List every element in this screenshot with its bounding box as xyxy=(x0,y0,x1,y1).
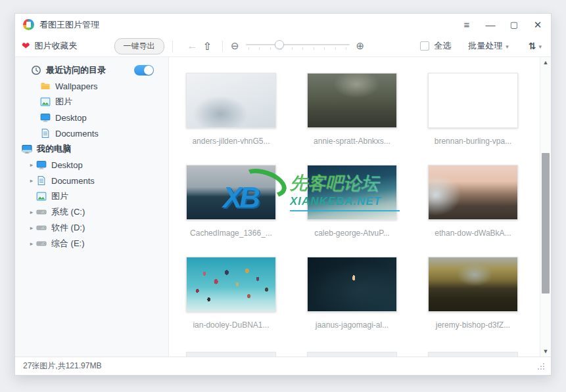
folder-icon xyxy=(40,81,51,91)
back-arrow-icon[interactable]: ← xyxy=(187,40,198,52)
drive-icon xyxy=(36,223,47,233)
sidebar-item-drive-d[interactable]: ▸ 软件 (D:) xyxy=(15,220,168,236)
sidebar-item-drive-c[interactable]: ▸ 系统 (C:) xyxy=(15,204,168,220)
image-filename: ian-dooley-DuBNA1... xyxy=(186,320,276,330)
sidebar-item-desktop[interactable]: ▸ Desktop xyxy=(15,157,168,173)
monitor-icon xyxy=(40,112,51,123)
drive-icon xyxy=(36,207,47,217)
image-filename: ethan-dow-dWaBkA... xyxy=(428,229,518,238)
batch-process-dropdown[interactable]: 批量处理 xyxy=(468,40,502,52)
menu-icon[interactable]: ≡ xyxy=(461,20,472,30)
sidebar-item-label: 最近访问的目录 xyxy=(46,64,106,76)
image-thumbnail[interactable] xyxy=(186,165,276,220)
image-thumbnail[interactable] xyxy=(428,73,518,128)
document-icon xyxy=(40,128,51,139)
expand-arrow-icon[interactable]: ▸ xyxy=(27,177,36,184)
zoom-slider[interactable] xyxy=(246,39,350,53)
sidebar-item-label: Desktop xyxy=(51,160,83,170)
image-item[interactable]: ian-dooley-DuBNA1... xyxy=(186,257,276,330)
sidebar-item-label: Documents xyxy=(51,176,95,186)
sidebar: 最近访问的目录 Wallpapers 图片 Desktop xyxy=(15,57,169,357)
sidebar-item-documents-recent[interactable]: Documents xyxy=(15,125,168,141)
computer-icon xyxy=(22,144,32,154)
image-thumbnail[interactable] xyxy=(307,352,397,357)
sidebar-item-my-computer[interactable]: 我的电脑 xyxy=(15,141,168,157)
image-thumbnail[interactable] xyxy=(428,165,518,220)
image-filename: CachedImage_1366_... xyxy=(186,229,276,238)
zoom-out-icon[interactable]: ⊖ xyxy=(231,40,239,52)
sidebar-item-label: 图片 xyxy=(51,190,68,202)
scroll-up-icon[interactable]: ▲ xyxy=(540,57,551,68)
image-thumbnail[interactable] xyxy=(186,257,276,312)
export-button[interactable]: 一键导出 xyxy=(114,38,164,54)
select-all-checkbox[interactable] xyxy=(420,41,429,51)
image-item[interactable]: caleb-george-AtvuP... xyxy=(307,165,397,238)
sidebar-item-drive-e[interactable]: ▸ 综合 (E:) xyxy=(15,236,168,251)
maximize-icon[interactable]: ▢ xyxy=(509,20,519,29)
image-thumbnail[interactable] xyxy=(307,165,397,220)
heart-icon: ❤ xyxy=(22,40,30,52)
image-thumbnail[interactable] xyxy=(186,73,276,128)
toolbar-separator xyxy=(172,41,173,52)
sidebar-item-label: Wallpapers xyxy=(55,81,98,91)
image-item[interactable]: jaanus-jagomagi-al... xyxy=(307,257,397,330)
sidebar-item-label: 综合 (E:) xyxy=(51,238,85,250)
sidebar-item-label: Desktop xyxy=(55,113,87,123)
slider-ticks xyxy=(248,47,347,50)
image-thumbnail[interactable] xyxy=(307,257,397,312)
thumbnail-grid: anders-jilden-vhnG5... annie-spratt-Abnk… xyxy=(169,57,540,357)
expand-arrow-icon[interactable]: ▸ xyxy=(27,240,36,247)
picture-icon xyxy=(40,97,51,107)
status-bar: 27张图片,共121.97MB xyxy=(15,357,551,375)
image-filename: jeremy-bishop-d3fZ... xyxy=(428,320,518,330)
chevron-down-icon[interactable]: ▾ xyxy=(538,43,542,50)
sidebar-item-label: 系统 (C:) xyxy=(51,206,85,218)
app-window: 看图王图片管理 ≡ — ▢ ✕ ❤ 图片收藏夹 一键导出 ← ⇧ ⊖ ⊕ 全选 … xyxy=(14,13,552,376)
image-filename: jaanus-jagomagi-al... xyxy=(307,320,397,330)
close-icon[interactable]: ✕ xyxy=(532,20,543,30)
sidebar-item-pictures-recent[interactable]: 图片 xyxy=(15,94,168,110)
minimize-icon[interactable]: — xyxy=(485,20,496,30)
image-filename: anders-jilden-vhnG5... xyxy=(186,137,276,146)
expand-arrow-icon[interactable]: ▸ xyxy=(27,225,36,231)
sidebar-item-documents[interactable]: ▸ Documents xyxy=(15,173,168,188)
document-icon xyxy=(36,175,47,186)
toolbar: ❤ 图片收藏夹 一键导出 ← ⇧ ⊖ ⊕ 全选 批量处理 ▾ ⇅ ▾ xyxy=(15,35,551,57)
sidebar-item-pictures[interactable]: 图片 xyxy=(15,188,168,204)
scroll-down-icon[interactable]: ▼ xyxy=(540,346,551,357)
sidebar-item-wallpapers[interactable]: Wallpapers xyxy=(15,78,168,94)
image-thumbnail[interactable] xyxy=(428,352,518,357)
expand-arrow-icon[interactable]: ▸ xyxy=(27,209,36,215)
recent-dirs-toggle[interactable] xyxy=(134,65,154,76)
image-thumbnail[interactable] xyxy=(307,73,397,128)
scrollbar-thumb[interactable] xyxy=(542,153,550,294)
toolbar-separator xyxy=(222,41,223,52)
expand-arrow-icon[interactable]: ▸ xyxy=(27,162,36,168)
sidebar-item-recent-dirs[interactable]: 最近访问的目录 xyxy=(15,62,168,78)
image-item[interactable]: jeremy-bishop-d3fZ... xyxy=(428,257,518,330)
sort-order-icon[interactable]: ⇅ xyxy=(529,41,536,51)
partially-visible-row xyxy=(186,352,540,357)
zoom-in-icon[interactable]: ⊕ xyxy=(356,40,365,52)
image-item[interactable]: annie-spratt-Abnkxs... xyxy=(307,73,397,146)
monitor-icon xyxy=(36,160,47,170)
image-item[interactable]: ethan-dow-dWaBkA... xyxy=(428,165,518,238)
image-item[interactable]: anders-jilden-vhnG5... xyxy=(186,73,276,146)
favorites-label[interactable]: 图片收藏夹 xyxy=(35,40,78,52)
image-item[interactable]: brennan-burling-vpa... xyxy=(428,73,518,146)
image-thumbnail[interactable] xyxy=(186,352,276,357)
resize-grip[interactable] xyxy=(538,363,544,370)
sidebar-item-desktop-recent[interactable]: Desktop xyxy=(15,110,168,125)
image-filename: brennan-burling-vpa... xyxy=(428,137,518,146)
image-item[interactable]: CachedImage_1366_... xyxy=(186,165,276,238)
slider-thumb[interactable] xyxy=(275,40,284,49)
vertical-scrollbar[interactable]: ▲ ▼ xyxy=(540,57,551,357)
window-title: 看图王图片管理 xyxy=(39,19,99,31)
select-all-label[interactable]: 全选 xyxy=(434,40,451,52)
status-text: 27张图片,共121.97MB xyxy=(23,360,101,372)
up-home-icon[interactable]: ⇧ xyxy=(203,40,212,53)
app-logo-icon xyxy=(23,19,34,30)
chevron-down-icon[interactable]: ▾ xyxy=(506,43,509,50)
image-thumbnail[interactable] xyxy=(428,257,518,312)
clock-icon xyxy=(31,65,41,76)
